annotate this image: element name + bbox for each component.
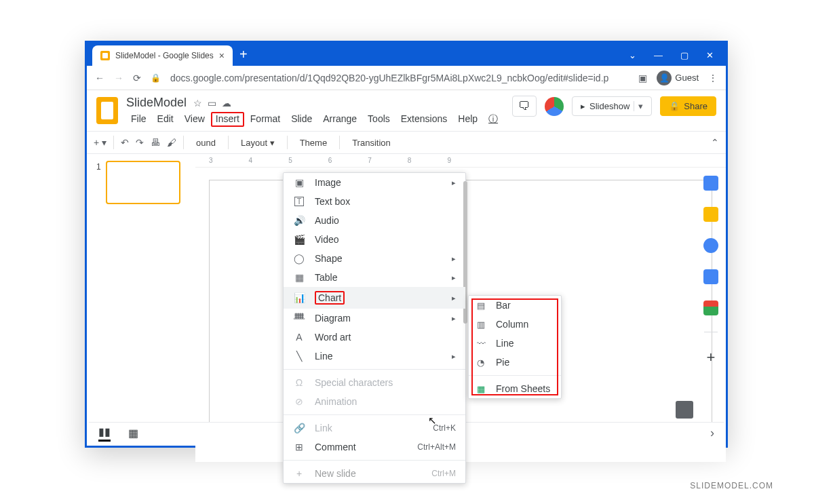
menu-file[interactable]: File — [126, 112, 151, 127]
insert-audio[interactable]: 🔊Audio — [284, 211, 465, 230]
side-panel: + — [698, 176, 724, 366]
maximize-icon[interactable]: ▢ — [680, 50, 689, 60]
menu-insert[interactable]: Insert — [211, 112, 244, 127]
menu-help[interactable]: Help — [453, 112, 482, 127]
horizontal-ruler: 3 4 5 6 7 8 9 — [195, 154, 726, 168]
kebab-menu-icon[interactable]: ⋮ — [708, 73, 718, 83]
filmstrip-view-icon[interactable]: ▮▮ — [98, 425, 111, 442]
link-icon: 🔗 — [293, 423, 305, 433]
chevron-down-icon[interactable]: ⌄ — [629, 50, 636, 60]
slides-logo-icon[interactable] — [96, 97, 118, 124]
thumbnail-panel[interactable]: 1 — [87, 154, 195, 462]
maps-icon[interactable] — [703, 301, 718, 315]
meet-button[interactable] — [545, 97, 564, 116]
slideshow-button[interactable]: ▸ Slideshow ▾ — [572, 96, 652, 116]
tab-close-icon[interactable]: × — [219, 50, 225, 61]
address-bar: ← → ⟳ 🔒 docs.google.com/presentation/d/1… — [87, 66, 726, 90]
line-icon: ╲ — [293, 351, 305, 362]
table-icon: ▦ — [293, 272, 305, 283]
minimize-icon[interactable]: — — [654, 50, 663, 60]
insert-link: 🔗LinkCtrl+K — [284, 419, 465, 438]
menu-format[interactable]: Format — [246, 112, 285, 127]
explore-button[interactable] — [676, 401, 693, 419]
insert-wordart[interactable]: AWord art — [284, 328, 465, 347]
close-window-icon[interactable]: ✕ — [706, 50, 714, 60]
watermark: SLIDEMODEL.COM — [690, 481, 773, 490]
chart-line[interactable]: 〰Line — [469, 334, 561, 353]
theme-button[interactable]: Theme — [294, 136, 332, 150]
reader-icon[interactable]: ▣ — [638, 73, 647, 83]
profile-label: Guest — [675, 73, 699, 83]
last-edit-icon[interactable]: ⓘ — [484, 112, 503, 127]
menu-extensions[interactable]: Extensions — [396, 112, 452, 127]
document-title[interactable]: SlideModel — [126, 96, 187, 110]
person-icon: 👤 — [657, 71, 672, 85]
comments-button[interactable]: 🗨 — [512, 96, 537, 117]
chart-pie[interactable]: ◔Pie — [469, 353, 561, 372]
show-side-panel-icon[interactable]: › — [710, 426, 714, 440]
profile-badge[interactable]: 👤 Guest — [657, 71, 699, 85]
move-icon[interactable]: ▭ — [208, 98, 216, 109]
insert-animation: ⊘Animation — [284, 392, 465, 411]
chart-column[interactable]: ▥Column — [469, 315, 561, 334]
back-icon[interactable]: ← — [95, 73, 104, 83]
insert-table[interactable]: ▦Table▸ — [284, 268, 465, 287]
layout-button[interactable]: Layout ▾ — [235, 136, 280, 150]
plus-icon: + — [293, 468, 305, 479]
slide-thumbnail[interactable]: 1 — [106, 161, 180, 204]
pie-chart-icon: ◔ — [477, 357, 488, 368]
browser-tab[interactable]: SlideModel - Google Slides × — [92, 45, 233, 66]
insert-new-slide[interactable]: +New slideCtrl+M — [284, 464, 465, 483]
contacts-icon[interactable] — [703, 269, 718, 284]
chrome-titlebar: SlideModel - Google Slides × + ⌄ — ▢ ✕ — [87, 43, 726, 66]
column-chart-icon: ▥ — [477, 319, 488, 330]
collapse-toolbar-icon[interactable]: ⌃ — [711, 137, 719, 148]
slideshow-dropdown-icon[interactable]: ▾ — [634, 101, 643, 111]
chart-icon: 📊 — [293, 292, 305, 303]
url-text[interactable]: docs.google.com/presentation/d/1Qqd92QB2… — [170, 73, 629, 83]
forward-icon[interactable]: → — [114, 73, 123, 83]
menu-view[interactable]: View — [180, 112, 210, 127]
background-button[interactable]: ound — [191, 136, 221, 150]
insert-line[interactable]: ╲Line▸ — [284, 347, 465, 366]
new-slide-tool[interactable]: + ▾ — [94, 137, 106, 148]
insert-comment[interactable]: ⊞CommentCtrl+Alt+M — [284, 438, 465, 457]
insert-video[interactable]: 🎬Video — [284, 230, 465, 249]
chart-bar[interactable]: ▤Bar — [469, 296, 561, 315]
omega-icon: Ω — [293, 377, 305, 388]
share-label: Share — [684, 101, 708, 111]
line-chart-icon: 〰 — [477, 338, 488, 349]
grid-view-icon[interactable]: ▦ — [128, 427, 138, 440]
star-icon[interactable]: ☆ — [193, 98, 202, 109]
insert-menu-dropdown: ▣Image▸ 🅃Text box 🔊Audio 🎬Video ◯Shape▸ … — [283, 172, 466, 484]
redo-icon[interactable]: ↷ — [136, 137, 144, 148]
window-controls: ⌄ — ▢ ✕ — [617, 50, 726, 66]
lock-icon: 🔒 — [151, 73, 161, 83]
new-tab-button[interactable]: + — [239, 47, 248, 62]
chart-from-sheets[interactable]: ▦From Sheets — [469, 379, 561, 398]
browser-window: SlideModel - Google Slides × + ⌄ — ▢ ✕ ←… — [85, 41, 728, 448]
menu-tools[interactable]: Tools — [363, 112, 395, 127]
menu-slide[interactable]: Slide — [286, 112, 317, 127]
slideshow-label: Slideshow — [589, 101, 629, 111]
print-icon[interactable]: 🖶 — [151, 137, 160, 148]
undo-icon[interactable]: ↶ — [121, 137, 129, 148]
menu-arrange[interactable]: Arrange — [318, 112, 362, 127]
menu-edit[interactable]: Edit — [153, 112, 178, 127]
paint-format-icon[interactable]: 🖌 — [167, 137, 176, 148]
transition-button[interactable]: Transition — [347, 136, 396, 150]
calendar-icon[interactable] — [703, 176, 718, 191]
tasks-icon[interactable] — [703, 238, 718, 253]
slides-favicon-icon — [100, 51, 110, 60]
share-button[interactable]: 🔒 Share — [660, 96, 716, 116]
insert-shape[interactable]: ◯Shape▸ — [284, 249, 465, 268]
insert-diagram[interactable]: ᚙDiagram▸ — [284, 309, 465, 328]
reload-icon[interactable]: ⟳ — [133, 73, 141, 83]
wordart-icon: A — [293, 332, 305, 343]
comment-icon: ⊞ — [293, 442, 305, 452]
insert-image[interactable]: ▣Image▸ — [284, 173, 465, 192]
insert-textbox[interactable]: 🅃Text box — [284, 192, 465, 211]
keep-icon[interactable] — [703, 207, 718, 222]
add-addon-icon[interactable]: + — [707, 349, 716, 366]
insert-chart[interactable]: 📊Chart▸ ↖ — [284, 287, 465, 309]
